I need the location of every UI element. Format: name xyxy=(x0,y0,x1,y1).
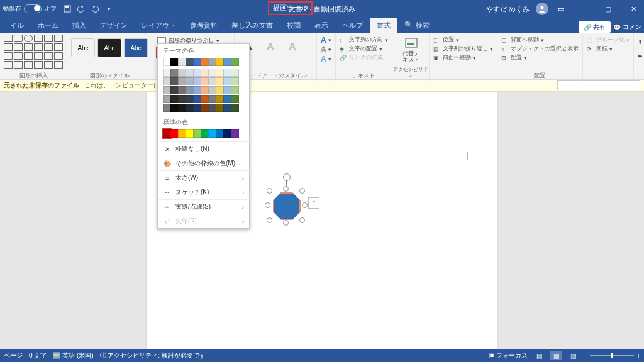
dashes-item[interactable]: ┉実線/点線(S)› xyxy=(158,199,249,214)
wordart-style-2[interactable]: A xyxy=(260,38,280,56)
group-icon: ⬚ xyxy=(587,37,594,43)
bring-forward-button[interactable]: ▣前面へ移動 ▾ xyxy=(433,53,493,62)
send-backward-button[interactable]: ▢背面へ移動 ▾ xyxy=(501,36,579,44)
text-direction-button[interactable]: ↕文字列の方向 ▾ xyxy=(340,36,388,44)
text-effects-button[interactable]: A▾ xyxy=(321,55,331,63)
rotate-button[interactable]: ⟳回転 ▾ xyxy=(587,45,630,53)
wrap-text-button[interactable]: ▤文字列の折り返し ▾ xyxy=(433,45,493,53)
link-icon: 🔗 xyxy=(340,55,347,61)
ribbon: 図形の挿入 Abc Abc Abc 図形のスタイル 図形の塗りつぶし ▾ 図形の… xyxy=(0,33,644,80)
weight-item[interactable]: ≡太さ(W)› xyxy=(158,170,249,185)
color-swatch[interactable] xyxy=(231,58,239,66)
autosave-toggle[interactable]: 動保存 オフ xyxy=(0,4,57,13)
style-label: Abc xyxy=(130,45,141,52)
dashes-label: 実線/点線(S) xyxy=(175,202,211,211)
tab-format[interactable]: 書式 xyxy=(370,18,397,33)
maximize-button[interactable]: ▢ xyxy=(599,0,618,18)
color-swatch[interactable] xyxy=(231,129,239,138)
selected-shape[interactable]: ⌃ xyxy=(267,186,304,224)
shape-style-3[interactable]: Abc xyxy=(124,38,148,57)
align-button[interactable]: ⊟配置 ▾ xyxy=(501,53,579,62)
view-web-icon[interactable]: ▥ xyxy=(567,351,579,360)
resize-handle[interactable] xyxy=(267,217,272,223)
theme-color-row[interactable] xyxy=(158,57,249,69)
rotate-handle[interactable] xyxy=(283,173,291,181)
tab-mailings[interactable]: 差し込み文書 xyxy=(225,18,279,33)
tab-insert[interactable]: 挿入 xyxy=(66,18,92,33)
layout-options-button[interactable]: ⌃ xyxy=(308,197,319,209)
chevron-right-icon: › xyxy=(242,175,244,182)
resize-handle[interactable] xyxy=(299,188,305,194)
tab-file[interactable]: イル xyxy=(4,18,30,33)
octagon-shape[interactable] xyxy=(273,192,301,220)
group-button[interactable]: ⬚グループ化▾ xyxy=(587,36,630,44)
shapes-gallery[interactable] xyxy=(4,35,63,69)
resize-handle[interactable] xyxy=(283,186,289,192)
document-workspace[interactable]: ⌃ xyxy=(0,92,644,349)
user-avatar-icon[interactable] xyxy=(536,3,548,15)
resize-handle[interactable] xyxy=(267,188,272,194)
shape-style-2[interactable]: Abc xyxy=(97,38,121,57)
text-fill-button[interactable]: A▾ xyxy=(321,36,331,45)
mini-toolbar[interactable] xyxy=(557,80,640,90)
ribbon-tabs: イル ホーム 挿入 デザイン レイアウト 参考資料 差し込み文書 校閲 表示 ヘ… xyxy=(0,18,644,33)
resize-handle[interactable] xyxy=(299,217,305,223)
alt-text-label: 代替テ キスト xyxy=(402,51,419,63)
status-lang[interactable]: 🔤 英語 (米国) xyxy=(53,351,93,360)
tab-search[interactable]: 🔍検索 xyxy=(398,18,436,33)
close-button[interactable]: ✕ xyxy=(624,0,643,18)
color-swatch[interactable] xyxy=(231,86,239,94)
color-swatch[interactable] xyxy=(231,69,239,77)
text-align-button[interactable]: ⬘文字の配置 ▾ xyxy=(340,45,388,53)
text-outline-button[interactable]: A▾ xyxy=(321,45,331,54)
zoom-in-icon[interactable]: + xyxy=(636,353,640,359)
qat-dropdown-icon[interactable]: ▾ xyxy=(104,4,113,13)
comments-button[interactable]: 💬コメン xyxy=(613,23,641,31)
share-button[interactable]: 🔗共有 xyxy=(579,21,611,33)
alt-text-button[interactable]: 代替テ キスト xyxy=(396,35,426,66)
position-button[interactable]: ⬚位置 ▾ xyxy=(433,36,493,44)
tab-review[interactable]: 校閲 xyxy=(280,18,307,33)
view-print-icon[interactable]: ▦ xyxy=(550,351,562,360)
comments-label: コメン xyxy=(623,23,641,31)
group-size: ⬍ ⬌ サイズ xyxy=(634,33,644,81)
resize-handle[interactable] xyxy=(302,202,308,208)
save-icon[interactable] xyxy=(63,4,72,13)
tab-layout[interactable]: レイアウト xyxy=(135,18,182,33)
no-outline-item[interactable]: ✕枠線なし(N) xyxy=(158,141,249,156)
redo-icon[interactable] xyxy=(91,4,99,13)
status-words[interactable]: 0 文字 xyxy=(29,351,47,360)
ribbon-options-icon[interactable]: ▭ xyxy=(555,5,567,13)
focus-mode-button[interactable]: ▣ フォーカス xyxy=(489,351,528,360)
zoom-slider[interactable]: − + xyxy=(584,353,640,359)
color-swatch[interactable] xyxy=(231,77,239,85)
color-swatch[interactable] xyxy=(231,104,239,112)
status-a11y[interactable]: ⓘ アクセシビリティ: 検討が必要です xyxy=(100,351,206,360)
wordart-style-3[interactable]: A xyxy=(282,38,303,56)
resize-handle[interactable] xyxy=(283,220,289,226)
tab-help[interactable]: ヘルプ xyxy=(336,18,369,33)
zoom-out-icon[interactable]: − xyxy=(584,353,587,359)
selection-icon: ⬨ xyxy=(501,46,509,52)
tab-view[interactable]: 表示 xyxy=(308,18,335,33)
resize-handle[interactable] xyxy=(265,202,270,208)
selection-pane-button[interactable]: ⬨オブジェクトの選択と表示 xyxy=(501,45,579,53)
view-read-icon[interactable]: ▤ xyxy=(533,351,545,360)
tab-home[interactable]: ホーム xyxy=(31,18,65,33)
tab-design[interactable]: デザイン xyxy=(94,18,134,33)
more-colors-item[interactable]: 🎨その他の枠線の色(M)... xyxy=(158,156,249,170)
create-link-button[interactable]: 🔗リンクの作成 xyxy=(340,53,388,62)
svg-rect-1 xyxy=(65,6,69,8)
theme-shade-grid[interactable] xyxy=(158,69,249,116)
zoom-track[interactable] xyxy=(590,355,634,356)
sketch-item[interactable]: 〰スケッチ(K)› xyxy=(158,185,249,199)
standard-color-row[interactable] xyxy=(158,128,249,141)
tab-references[interactable]: 参考資料 xyxy=(184,18,224,33)
group-shape-styles: Abc Abc Abc 図形のスタイル xyxy=(67,33,152,81)
color-swatch[interactable] xyxy=(231,95,239,103)
undo-icon[interactable] xyxy=(77,4,86,13)
status-page[interactable]: ページ xyxy=(4,351,23,360)
rotate-icon: ⟳ xyxy=(587,46,594,52)
shape-style-1[interactable]: Abc xyxy=(71,38,95,57)
minimize-button[interactable]: ─ xyxy=(574,0,592,18)
